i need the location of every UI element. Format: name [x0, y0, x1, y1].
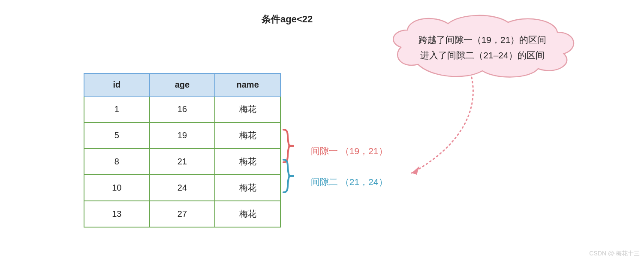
col-id: id [84, 73, 150, 96]
cloud-text: 跨越了间隙一（19，21）的区间 进入了间隙二（21–24）的区间 [405, 32, 560, 63]
cell: 梅花 [215, 149, 280, 175]
cell: 5 [84, 122, 150, 149]
cell: 24 [150, 175, 215, 201]
cell: 10 [84, 175, 150, 201]
col-age: age [150, 73, 215, 96]
table-row: 8 21 梅花 [84, 149, 280, 175]
cell: 梅花 [215, 201, 280, 227]
cell: 19 [150, 122, 215, 149]
col-name: name [215, 73, 280, 96]
arrow-cloud-to-gap-icon [386, 75, 497, 187]
cell: 梅花 [215, 122, 280, 149]
cell: 21 [150, 149, 215, 175]
table-row: 5 19 梅花 [84, 122, 280, 149]
table-row: 10 24 梅花 [84, 175, 280, 201]
table-row: 1 16 梅花 [84, 96, 280, 122]
table-row: 13 27 梅花 [84, 201, 280, 227]
page-title: 条件age<22 [262, 13, 313, 26]
cloud-callout: 跨越了间隙一（19，21）的区间 进入了间隙二（21–24）的区间 [384, 13, 581, 82]
cloud-line2: 进入了间隙二（21–24）的区间 [405, 48, 560, 63]
cell: 1 [84, 96, 150, 122]
cell: 27 [150, 201, 215, 227]
gap2-label: 间隙二 （21，24） [311, 176, 388, 188]
cloud-line1: 跨越了间隙一（19，21）的区间 [405, 32, 560, 48]
cell: 梅花 [215, 175, 280, 201]
brace-gap1-icon [281, 129, 298, 163]
brace-gap2-icon [281, 159, 298, 193]
data-table: id age name 1 16 梅花 5 19 梅花 8 21 梅花 10 [84, 73, 281, 228]
cell: 8 [84, 149, 150, 175]
cell: 13 [84, 201, 150, 227]
cell: 梅花 [215, 96, 280, 122]
gap1-label: 间隙一 （19，21） [311, 145, 388, 157]
watermark: CSDN @·梅花十三 [589, 250, 640, 258]
cell: 16 [150, 96, 215, 122]
table-header-row: id age name [84, 73, 280, 96]
